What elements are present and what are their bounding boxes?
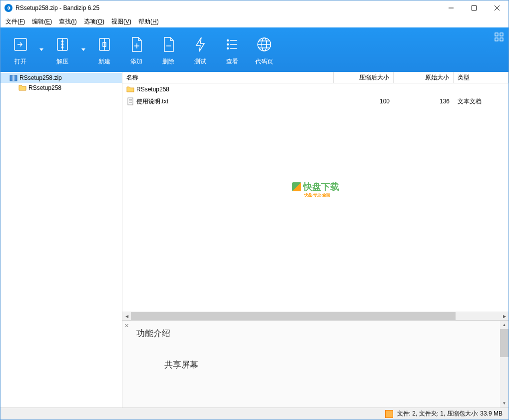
svg-point-9	[62, 47, 63, 48]
scroll-right-button[interactable]: ▶	[500, 312, 509, 321]
svg-point-7	[62, 41, 63, 42]
toolbar-view-button[interactable]: 查看	[216, 30, 248, 69]
scroll-left-button[interactable]: ◀	[122, 312, 131, 321]
svg-rect-32	[12, 75, 14, 81]
close-button[interactable]	[486, 0, 509, 15]
app-window: RSsetup258.zip - Bandizip 6.25 文件(F)编辑(E…	[0, 0, 509, 420]
tree-root-label: RSsetup258.zip	[19, 74, 62, 81]
toolbar-label: 删除	[162, 57, 174, 66]
scroll-thumb-v[interactable]	[500, 329, 509, 357]
preview-title: 功能介绍	[136, 328, 488, 339]
scroll-down-button[interactable]: ▼	[500, 399, 509, 408]
menu-h[interactable]: 帮助(H)	[138, 17, 159, 26]
preview-vertical-scrollbar[interactable]: ▲ ▼	[500, 321, 509, 408]
toolbar-test-button[interactable]: 测试	[184, 30, 216, 69]
tree-root-item[interactable]: RSsetup258.zip	[0, 73, 122, 83]
toolbar-label: 解压	[56, 57, 68, 66]
file-list[interactable]: RSsetup258使用说明.txt100136文本文档 快盘下载 快盘·专业·…	[122, 83, 509, 312]
svg-rect-30	[500, 38, 503, 41]
toolbar-label: 测试	[194, 57, 206, 66]
menu-e[interactable]: 编辑(E)	[32, 17, 52, 26]
list-row[interactable]: RSsetup258	[122, 83, 509, 95]
col-header-name[interactable]: 名称	[122, 72, 334, 83]
text-file-icon	[126, 97, 134, 105]
scroll-up-button[interactable]: ▲	[500, 321, 509, 329]
window-controls	[440, 0, 509, 15]
toolbar: 打开解压新建添加删除测试查看代码页	[0, 27, 509, 72]
row-compressed: 100	[334, 98, 394, 105]
toolbar-label: 代码页	[255, 57, 273, 66]
new-icon	[94, 34, 114, 54]
list-header: 名称 压缩后大小 原始大小 类型	[122, 72, 509, 83]
codepage-icon	[254, 34, 274, 54]
folder-icon	[126, 85, 134, 93]
watermark-subtext: 快盘·专业·全面	[304, 192, 330, 198]
toolbar-new-button[interactable]: 新建	[88, 30, 120, 69]
svg-point-16	[227, 40, 229, 41]
menubar: 文件(F)编辑(E)查找(I)选项(O)视图(V)帮助(H)	[0, 15, 509, 27]
toolbar-label: 打开	[14, 57, 26, 66]
row-name: 使用说明.txt	[136, 97, 168, 106]
watermark: 快盘下载 快盘·专业·全面	[292, 181, 339, 193]
toolbar-label: 添加	[130, 57, 142, 66]
maximize-button[interactable]	[463, 0, 486, 15]
preview-close-icon[interactable]: ✕	[124, 323, 129, 329]
row-original: 136	[394, 98, 454, 105]
add-icon	[126, 34, 146, 54]
toolbar-codepage-button[interactable]: 代码页	[248, 30, 280, 69]
menu-o[interactable]: 选项(O)	[84, 17, 104, 26]
archive-icon	[9, 74, 17, 82]
col-header-original[interactable]: 原始大小	[394, 72, 454, 83]
watermark-text: 快盘下载	[303, 181, 339, 193]
svg-point-8	[62, 44, 63, 45]
delete-icon	[158, 34, 178, 54]
menu-f[interactable]: 文件(F)	[5, 17, 25, 26]
col-header-type[interactable]: 类型	[454, 72, 509, 83]
main-pane: 名称 压缩后大小 原始大小 类型 RSsetup258使用说明.txt10013…	[122, 72, 509, 408]
scroll-thumb[interactable]	[131, 312, 456, 321]
tree-item[interactable]: RSsetup258	[0, 83, 122, 93]
scroll-track-v[interactable]	[500, 329, 509, 399]
minimize-button[interactable]	[440, 0, 463, 15]
scroll-track[interactable]	[131, 312, 500, 321]
watermark-logo-icon	[292, 182, 301, 191]
preview-pane: ✕ 功能介绍 共享屏幕 ▲ ▼	[122, 320, 509, 408]
app-icon	[4, 4, 12, 12]
svg-rect-27	[495, 33, 498, 36]
statusbar: 文件: 2, 文件夹: 1, 压缩包大小: 33.9 MB	[0, 408, 509, 420]
window-title: RSsetup258.zip - Bandizip 6.25	[15, 4, 440, 11]
list-row[interactable]: 使用说明.txt100136文本文档	[122, 95, 509, 107]
toolbar-menu-icon[interactable]	[495, 32, 504, 41]
toolbar-open-button[interactable]: 打开	[4, 30, 36, 69]
status-text: 文件: 2, 文件夹: 1, 压缩包大小: 33.9 MB	[397, 410, 503, 418]
open-icon	[10, 34, 30, 54]
preview-content: 功能介绍 共享屏幕	[122, 321, 500, 408]
col-header-compressed[interactable]: 压缩后大小	[334, 72, 394, 83]
content-area: RSsetup258.zip RSsetup258 名称 压缩后大小 原始大小 …	[0, 72, 509, 408]
view-icon	[222, 34, 242, 54]
toolbar-extract-dropdown[interactable]	[78, 27, 88, 72]
toolbar-open-dropdown[interactable]	[36, 27, 46, 72]
svg-rect-28	[500, 33, 503, 36]
titlebar: RSsetup258.zip - Bandizip 6.25	[0, 0, 509, 15]
svg-point-18	[227, 44, 229, 45]
svg-rect-1	[472, 6, 477, 10]
svg-rect-33	[128, 98, 133, 105]
row-type: 文本文档	[454, 97, 509, 106]
toolbar-delete-button[interactable]: 删除	[152, 30, 184, 69]
row-name: RSsetup258	[136, 86, 169, 93]
menu-i[interactable]: 查找(I)	[59, 17, 76, 26]
menu-v[interactable]: 视图(V)	[111, 17, 131, 26]
toolbar-label: 新建	[98, 57, 110, 66]
folder-icon	[18, 84, 26, 92]
tree-item-label: RSsetup258	[28, 84, 61, 91]
toolbar-label: 查看	[226, 57, 238, 66]
preview-body: 共享屏幕	[164, 359, 488, 371]
svg-rect-29	[495, 38, 498, 41]
svg-point-20	[227, 48, 229, 49]
extract-icon	[52, 34, 72, 54]
tree-sidebar: RSsetup258.zip RSsetup258	[0, 72, 122, 408]
toolbar-add-button[interactable]: 添加	[120, 30, 152, 69]
horizontal-scrollbar[interactable]: ◀ ▶	[122, 312, 509, 320]
toolbar-extract-button[interactable]: 解压	[46, 30, 78, 69]
